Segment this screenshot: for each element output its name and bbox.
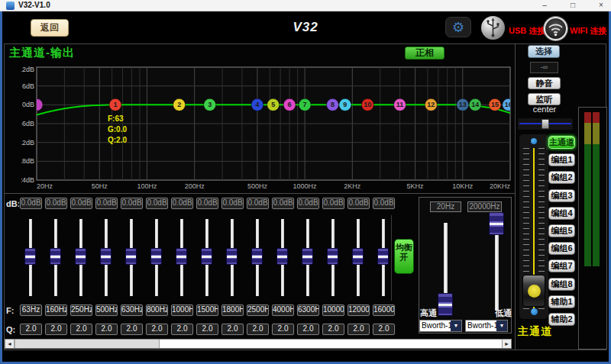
eq-gain-value-13[interactable]: 0.0dB — [322, 198, 344, 209]
channel-button-5[interactable]: 编组4 — [548, 207, 575, 220]
eq-q-value-8[interactable]: 2.0 — [196, 324, 218, 335]
eq-slider-handle-8[interactable] — [201, 248, 212, 265]
channel-button-4[interactable]: 编组3 — [548, 189, 575, 202]
maximize-button[interactable]: □ — [564, 0, 581, 11]
eq-q-value-11[interactable]: 2.0 — [272, 324, 294, 335]
eq-freq-value-12[interactable]: 6300H — [297, 304, 319, 316]
scrollbar-thumb[interactable] — [15, 340, 160, 348]
eq-freq-value-6[interactable]: 800Hz — [146, 304, 168, 316]
eq-slider-handle-10[interactable] — [251, 248, 263, 265]
eq-gain-value-1[interactable]: 0.0dB — [20, 198, 42, 209]
eq-freq-value-4[interactable]: 500Hz — [95, 304, 118, 316]
eq-slider-handle-14[interactable] — [352, 248, 364, 265]
eq-freq-value-10[interactable]: 2500H — [247, 304, 269, 316]
horizontal-scrollbar[interactable]: ◄ ► — [5, 339, 512, 349]
settings-button[interactable]: ⚙ — [445, 17, 471, 37]
select-button[interactable]: 选择 — [528, 45, 560, 58]
close-button[interactable]: × — [593, 0, 609, 11]
eq-gain-value-11[interactable]: 0.0dB — [272, 198, 294, 209]
eq-q-value-9[interactable]: 2.0 — [221, 324, 244, 335]
minimize-button[interactable]: – — [536, 0, 553, 11]
channel-button-2[interactable]: 编组1 — [548, 153, 575, 166]
eq-gain-value-2[interactable]: 0.0dB — [45, 198, 67, 209]
lpf-type-select[interactable]: Bworth-12 ▼ — [465, 320, 508, 332]
eq-q-value-10[interactable]: 2.0 — [247, 324, 269, 335]
eq-gain-value-5[interactable]: 0.0dB — [121, 198, 143, 209]
chevron-down-icon[interactable]: ▼ — [496, 321, 507, 331]
channel-button-8[interactable]: 编组7 — [548, 259, 575, 272]
scroll-left-arrow[interactable]: ◄ — [5, 340, 15, 348]
channel-button-9[interactable]: 编组8 — [548, 278, 575, 291]
eq-response-graph[interactable]: 12dB6dB0dB-6dB-12dB-18dB-24dB20Hz50Hz100… — [21, 66, 513, 192]
eq-q-value-15[interactable]: 2.0 — [373, 324, 395, 335]
hpf-slider-handle[interactable] — [438, 293, 453, 316]
hpf-freq-value[interactable]: 20Hz — [430, 201, 461, 212]
eq-q-value-7[interactable]: 2.0 — [171, 324, 193, 335]
eq-gain-value-12[interactable]: 0.0dB — [297, 198, 319, 209]
chevron-down-icon[interactable]: ▼ — [451, 321, 461, 331]
channel-button-7[interactable]: 编组6 — [548, 242, 575, 255]
eq-slider-handle-13[interactable] — [327, 248, 338, 265]
gain-display[interactable]: -∞ — [530, 62, 558, 73]
eq-q-value-3[interactable]: 2.0 — [70, 324, 92, 335]
eq-q-value-6[interactable]: 2.0 — [146, 324, 168, 335]
eq-slider-handle-12[interactable] — [302, 248, 313, 265]
eq-slider-handle-15[interactable] — [377, 248, 389, 265]
channel-button-3[interactable]: 编组2 — [548, 171, 575, 184]
hpf-type-select[interactable]: Bworth-12 ▼ — [419, 320, 462, 332]
channel-button-10[interactable]: 辅助1 — [548, 295, 575, 308]
eq-freq-value-9[interactable]: 1800H — [221, 304, 244, 316]
eq-gain-value-9[interactable]: 0.0dB — [221, 198, 244, 209]
eq-q-value-5[interactable]: 2.0 — [121, 324, 143, 335]
eq-freq-value-5[interactable]: 630Hz — [121, 304, 143, 316]
eq-q-value-4[interactable]: 2.0 — [95, 324, 118, 335]
eq-freq-value-8[interactable]: 1500H — [196, 304, 218, 316]
eq-freq-value-7[interactable]: 1000H — [171, 304, 193, 316]
eq-q-value-1[interactable]: 2.0 — [20, 324, 42, 335]
eq-slider-handle-9[interactable] — [226, 248, 238, 265]
eq-freq-value-2[interactable]: 160Hz — [45, 304, 67, 316]
eq-freq-value-14[interactable]: 12000H — [348, 304, 370, 316]
eq-slider-handle-2[interactable] — [50, 248, 61, 265]
back-button[interactable]: 返回 — [31, 19, 69, 37]
channel-fader[interactable] — [519, 134, 548, 319]
eq-gain-value-15[interactable]: 0.0dB — [373, 198, 395, 209]
eq-slider-handle-6[interactable] — [150, 248, 162, 265]
fader-handle[interactable] — [522, 275, 545, 307]
lpf-freq-value[interactable]: 20000Hz — [467, 201, 502, 212]
eq-slider-handle-3[interactable] — [75, 248, 86, 265]
eq-slider-handle-11[interactable] — [276, 248, 288, 265]
eq-gain-value-4[interactable]: 0.0dB — [95, 198, 118, 209]
eq-gain-value-8[interactable]: 0.0dB — [196, 198, 218, 209]
phase-button[interactable]: 正相 — [405, 47, 445, 60]
channel-button-11[interactable]: 辅助2 — [548, 313, 575, 326]
eq-freq-value-3[interactable]: 250Hz — [70, 304, 92, 316]
eq-freq-value-13[interactable]: 10000H — [322, 304, 344, 316]
eq-freq-value-11[interactable]: 4000H — [272, 304, 294, 316]
pan-slider-handle[interactable] — [541, 119, 549, 129]
pan-slider[interactable] — [518, 118, 573, 130]
eq-gain-value-6[interactable]: 0.0dB — [146, 198, 168, 209]
eq-freq-value-15[interactable]: 16000H — [373, 304, 395, 316]
eq-q-value-2[interactable]: 2.0 — [45, 324, 67, 335]
eq-slider-handle-7[interactable] — [176, 248, 187, 265]
eq-gain-value-3[interactable]: 0.0dB — [70, 198, 92, 209]
lpf-slider-handle[interactable] — [489, 212, 504, 235]
hpf-slider-track[interactable] — [444, 223, 448, 301]
eq-slider-handle-4[interactable] — [100, 248, 112, 265]
eq-gain-value-7[interactable]: 0.0dB — [171, 198, 193, 209]
channel-button-6[interactable]: 编组5 — [548, 224, 575, 237]
eq-q-value-14[interactable]: 2.0 — [348, 324, 370, 335]
mute-button[interactable]: 静音 — [528, 77, 561, 89]
monitor-button[interactable]: 监听 — [528, 93, 561, 105]
eq-q-value-12[interactable]: 2.0 — [297, 324, 319, 335]
eq-slider-handle-1[interactable] — [24, 248, 36, 265]
eq-freq-value-1[interactable]: 63Hz — [20, 304, 42, 316]
eq-gain-value-14[interactable]: 0.0dB — [348, 198, 370, 209]
channel-button-1[interactable]: 主通道 — [548, 136, 575, 149]
eq-q-value-13[interactable]: 2.0 — [322, 324, 344, 335]
eq-bypass-button[interactable]: 均衡开 — [394, 239, 414, 274]
eq-gain-value-10[interactable]: 0.0dB — [247, 198, 269, 209]
scroll-right-arrow[interactable]: ► — [502, 340, 511, 348]
eq-slider-handle-5[interactable] — [125, 248, 137, 265]
